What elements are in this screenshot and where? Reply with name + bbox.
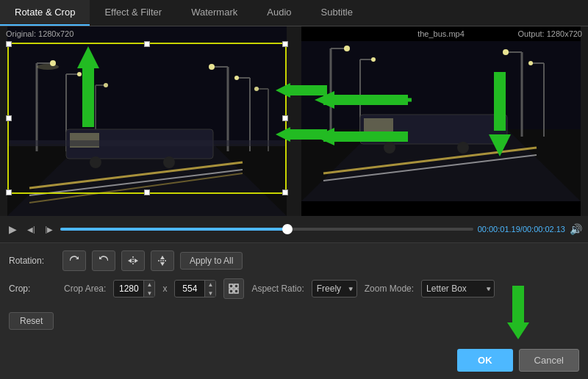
crop-area-label: Crop Area: (64, 284, 106, 294)
tab-effect-filter[interactable]: Effect & Filter (90, 0, 176, 26)
crop-height-value[interactable] (175, 284, 204, 294)
svg-marker-65 (160, 256, 165, 259)
original-label: Original: 1280x720 (6, 29, 74, 38)
video-area: Original: 1280x720 (0, 26, 588, 216)
crop-handle-mr[interactable] (282, 115, 288, 121)
tab-watermark[interactable]: Watermark (176, 0, 252, 26)
reset-row: Reset (9, 305, 579, 330)
play-button[interactable]: ▶ (6, 222, 20, 237)
svg-point-42 (371, 57, 376, 62)
aspect-ratio-wrapper[interactable]: Freely 16:9 4:3 1:1 ▼ (312, 280, 357, 297)
svg-point-48 (528, 61, 533, 65)
crop-row: Crop: Crop Area: ▲ ▼ x ▲ ▼ (9, 278, 579, 299)
svg-point-52 (457, 142, 469, 154)
controls-area: Rotation: Apply to All Crop: Crop Area: (0, 242, 588, 337)
rotation-label: Rotation: (9, 256, 57, 266)
crop-box[interactable] (7, 43, 287, 194)
crop-height-input[interactable]: ▲ ▼ (174, 280, 216, 297)
svg-rect-67 (229, 284, 233, 288)
svg-point-51 (384, 142, 395, 154)
aspect-ratio-select[interactable]: Freely 16:9 4:3 1:1 (312, 280, 357, 297)
prev-frame-button[interactable]: ◀| (24, 224, 38, 235)
crop-handle-ml[interactable] (6, 115, 12, 121)
crop-label: Crop: (9, 284, 57, 294)
crop-handle-bl[interactable] (6, 190, 12, 195)
svg-marker-63 (135, 259, 138, 263)
svg-marker-66 (160, 262, 165, 266)
rotate-right-button[interactable] (92, 250, 115, 271)
timeline: ▶ ◀| |▶ 00:00:01.19/00:00:02.13 🔊 (0, 216, 588, 242)
link-dimensions-button[interactable] (223, 278, 244, 299)
output-video-frame (294, 26, 588, 216)
svg-marker-62 (128, 259, 132, 263)
apply-to-all-button[interactable]: Apply to All (180, 252, 243, 270)
rotate-left-button[interactable] (62, 250, 86, 271)
tab-subtitle[interactable]: Subtitle (306, 0, 368, 26)
timeline-fill (60, 228, 287, 231)
crop-height-down[interactable]: ▼ (205, 289, 215, 297)
svg-rect-69 (229, 289, 233, 293)
svg-rect-68 (234, 284, 238, 288)
next-frame-button[interactable]: |▶ (43, 224, 57, 235)
crop-handle-bm[interactable] (144, 190, 150, 195)
zoom-mode-select[interactable]: Letter Box Pan & Scan Full (421, 280, 495, 297)
cancel-button[interactable]: Cancel (519, 349, 579, 372)
bottom-buttons: OK Cancel (457, 349, 579, 372)
crop-width-value[interactable] (114, 284, 143, 294)
timeline-time: 00:00:01.19/00:00:02.13 (478, 225, 565, 234)
tab-bar: Rotate & Crop Effect & Filter Watermark … (0, 0, 588, 26)
svg-rect-70 (234, 289, 238, 293)
svg-point-45 (503, 49, 509, 55)
crop-handle-tm[interactable] (144, 41, 150, 47)
zoom-mode-label: Zoom Mode: (365, 284, 414, 294)
crop-width-up[interactable]: ▲ (144, 280, 154, 289)
crop-height-up[interactable]: ▲ (205, 280, 215, 289)
ok-button[interactable]: OK (457, 349, 513, 372)
zoom-mode-wrapper[interactable]: Letter Box Pan & Scan Full ▼ (421, 280, 495, 297)
tab-rotate-crop[interactable]: Rotate & Crop (0, 0, 90, 26)
x-separator: x (162, 284, 167, 294)
svg-rect-54 (301, 201, 581, 216)
original-video-panel: Original: 1280x720 (0, 26, 294, 216)
output-label: Output: 1280x720 (518, 29, 582, 38)
svg-point-39 (344, 46, 350, 51)
tab-audio[interactable]: Audio (252, 0, 306, 26)
crop-handle-br[interactable] (282, 190, 288, 195)
output-video-panel: the_bus.mp4 Output: 1280x720 (294, 26, 588, 216)
timeline-thumb[interactable] (282, 224, 293, 234)
flip-vertical-button[interactable] (151, 250, 174, 271)
volume-button[interactable]: 🔊 (570, 223, 582, 235)
aspect-ratio-label: Aspect Ratio: (251, 284, 304, 294)
rotation-row: Rotation: Apply to All (9, 250, 579, 271)
crop-handle-tl[interactable] (6, 41, 12, 47)
timeline-progress[interactable] (60, 228, 473, 231)
crop-handle-tr[interactable] (282, 41, 288, 47)
flip-horizontal-button[interactable] (121, 250, 145, 271)
crop-width-input[interactable]: ▲ ▼ (113, 280, 155, 297)
reset-button[interactable]: Reset (9, 312, 54, 330)
svg-rect-50 (364, 118, 393, 133)
crop-width-down[interactable]: ▼ (144, 289, 154, 297)
